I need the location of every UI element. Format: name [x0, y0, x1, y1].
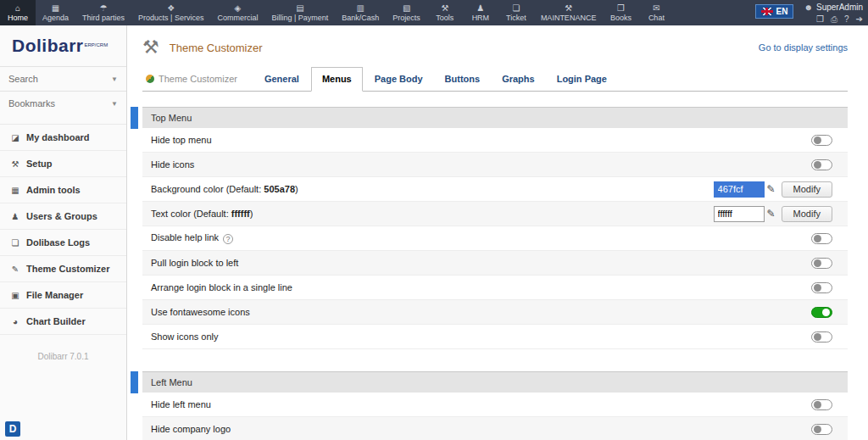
toggle-switch[interactable] [811, 233, 832, 244]
setting-label: Background color (Default: 505a78) [151, 184, 298, 194]
pie-chart-icon: ◕ [10, 317, 20, 326]
topbar-item-label: Books [610, 14, 632, 22]
print-icon[interactable]: ⎙ [831, 14, 837, 25]
topbar-item-agenda[interactable]: ▦Agenda [36, 0, 75, 25]
topbar-item-label: Chat [648, 14, 665, 22]
dolibase-badge[interactable]: D [5, 421, 20, 437]
page-title: Theme Customizer [170, 42, 263, 54]
settings-row: Hide top menu [142, 128, 848, 153]
sidebar-item-file-manager[interactable]: ▣File Manager [0, 282, 126, 309]
topbar-item-label: Products | Services [138, 14, 203, 22]
settings-row: Hide icons [142, 153, 848, 177]
books-icon: ❒ [617, 4, 625, 13]
topbar-item-maintenance[interactable]: ⚒MAINTENANCE [534, 0, 604, 25]
hrm-icon: ♟ [476, 4, 484, 13]
color-value-input[interactable] [714, 181, 765, 198]
topbar-item-books[interactable]: ❒Books [603, 0, 638, 25]
topbar-item-hrm[interactable]: ♟HRM [463, 0, 498, 25]
toggle-switch[interactable] [811, 282, 832, 293]
theme-icon: ✎ [10, 265, 20, 274]
user-icon: ☻ [804, 3, 813, 12]
toggle-switch[interactable] [811, 331, 832, 343]
tab-context-label: Theme Customizer [159, 74, 237, 84]
logo-wrap[interactable]: DolibarrERP/CRM [0, 25, 126, 66]
sidebar-item-theme-customizer[interactable]: ✎Theme Customizer [0, 256, 126, 282]
search-dropdown[interactable]: Search ▼ [0, 66, 126, 91]
topbar-item-tools[interactable]: ⚒Tools [427, 0, 463, 25]
calendar-icon: ▦ [52, 4, 59, 13]
tab-graphs[interactable]: Graphs [492, 68, 545, 91]
eyedropper-icon[interactable]: ✎ [767, 208, 776, 220]
topbar-item-products-services[interactable]: ❖Products | Services [131, 0, 210, 25]
modify-button[interactable]: Modify [782, 181, 832, 198]
tools-icon: ⚒ [441, 4, 448, 13]
section-title: Left Menu [142, 371, 848, 393]
users-icon: ♟ [10, 212, 20, 221]
topbar-item-projects[interactable]: ▧Projects [386, 0, 427, 25]
color-value-input[interactable] [714, 206, 765, 222]
sections: Top MenuHide top menuHide iconsBackgroun… [142, 92, 848, 440]
user-menu[interactable]: ☻ SuperAdmin [804, 3, 863, 12]
topbar-item-commercial[interactable]: ◈Commercial [210, 0, 264, 25]
topbar-item-billing-payment[interactable]: ▤Billing | Payment [264, 0, 335, 25]
wrench-icon: ⚒ [10, 159, 20, 169]
topbar-item-home[interactable]: ⌂Home [0, 0, 36, 25]
dashboard-icon: ◪ [10, 133, 20, 142]
settings-row: Use fontawesome icons [142, 300, 848, 325]
topbar-menu: ⌂Home▦Agenda☂Third parties❖Products | Se… [0, 0, 674, 25]
setting-label: Use fontawesome icons [151, 307, 250, 317]
toggle-switch[interactable] [811, 399, 832, 410]
sidebar-item-admin-tools[interactable]: ▦Admin tools [0, 177, 126, 203]
tab-context: Theme Customizer [142, 74, 241, 91]
topbar-item-ticket[interactable]: ❏Ticket [498, 0, 534, 25]
toggle-switch[interactable] [811, 307, 832, 318]
sidebar-item-users-groups[interactable]: ♟Users & Groups [0, 203, 126, 230]
toggle-switch[interactable] [811, 135, 832, 146]
billing-payment-icon: ▤ [296, 4, 303, 13]
sidebar-nav: ◪My dashboard⚒Setup▦Admin tools♟Users & … [0, 124, 126, 335]
toggle-switch[interactable] [811, 424, 832, 435]
logout-icon[interactable]: ➔ [856, 14, 863, 25]
tab-login-page[interactable]: Login Page [547, 68, 617, 91]
topbar-item-chat[interactable]: ✉Chat [638, 0, 674, 25]
tab-bar: Theme Customizer GeneralMenusPage BodyBu… [142, 67, 848, 92]
chevron-down-icon: ▼ [111, 100, 118, 108]
tab-list: GeneralMenusPage BodyButtonsGraphsLogin … [254, 67, 617, 91]
ticket-icon: ❏ [512, 4, 520, 13]
maintenance-icon: ⚒ [565, 4, 572, 13]
toggle-switch[interactable] [811, 258, 832, 269]
bookmarks-dropdown[interactable]: Bookmarks ▼ [0, 91, 126, 115]
setting-label: Arrange login block in a single line [151, 282, 292, 292]
help-icon[interactable]: ? [223, 234, 233, 244]
home-icon: ⌂ [15, 4, 20, 13]
section-drag-handle[interactable] [131, 371, 138, 393]
setting-label: Text color (Default: ffffff) [151, 209, 253, 219]
products-services-icon: ❖ [167, 4, 175, 13]
help-icon[interactable]: ? [844, 14, 849, 25]
go-to-display-settings-link[interactable]: Go to display settings [759, 42, 848, 53]
tab-page-body[interactable]: Page Body [364, 68, 433, 91]
topbar-right: EN ☻ SuperAdmin ❐⎙?➔ [755, 0, 868, 25]
topbar-item-label: Agenda [42, 14, 69, 22]
toggle-switch[interactable] [811, 159, 832, 170]
page-icon[interactable]: ❐ [816, 14, 824, 25]
sidebar-item-setup[interactable]: ⚒Setup [0, 151, 126, 177]
settings-row: Arrange login block in a single line [142, 276, 848, 300]
language-selector[interactable]: EN [755, 4, 794, 19]
modify-button[interactable]: Modify [782, 206, 832, 222]
topbar-item-third-parties[interactable]: ☂Third parties [75, 0, 131, 25]
section-drag-handle[interactable] [131, 107, 138, 129]
tab-menus[interactable]: Menus [311, 67, 363, 92]
projects-icon: ▧ [403, 4, 410, 13]
sidebar-item-dolibase-logs[interactable]: ❏Dolibase Logs [0, 230, 126, 256]
setting-label: Pull login block to left [151, 258, 238, 268]
settings-row: Hide company logo [142, 417, 848, 440]
setting-label: Hide left menu [151, 399, 211, 409]
sidebar-item-my-dashboard[interactable]: ◪My dashboard [0, 125, 126, 151]
topbar-item-bank-cash[interactable]: ▥Bank/Cash [335, 0, 386, 25]
tab-buttons[interactable]: Buttons [435, 68, 491, 91]
tab-general[interactable]: General [254, 68, 309, 91]
eyedropper-icon[interactable]: ✎ [767, 183, 776, 195]
language-label: EN [776, 7, 788, 16]
sidebar-item-chart-builder[interactable]: ◕Chart Builder [0, 309, 126, 335]
